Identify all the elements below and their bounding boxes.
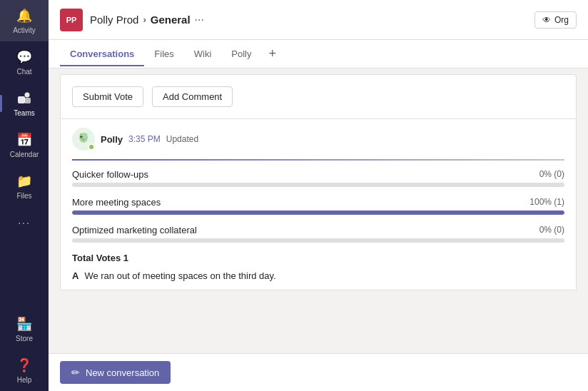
sidebar-label-store: Store bbox=[16, 335, 33, 342]
chat-icon: 💬 bbox=[16, 49, 33, 66]
sidebar-label-activity: Activity bbox=[13, 26, 36, 34]
tab-bar: Conversations Files Wiki Polly + bbox=[49, 40, 588, 68]
sender-name: Polly bbox=[101, 134, 123, 145]
tab-polly[interactable]: Polly bbox=[221, 41, 261, 66]
sidebar-label-calendar: Calendar bbox=[10, 151, 39, 158]
total-votes-value: 1 bbox=[123, 253, 128, 263]
calendar-icon: 📅 bbox=[16, 131, 33, 148]
sidebar-label-files: Files bbox=[16, 192, 31, 200]
sidebar-label-help: Help bbox=[17, 376, 32, 384]
tab-conversations[interactable]: Conversations bbox=[60, 41, 144, 66]
sidebar-item-chat[interactable]: 💬 Chat bbox=[0, 41, 49, 83]
compose-icon: ✏ bbox=[71, 367, 80, 378]
sidebar: 🔔 Activity 💬 Chat Teams 📅 Calendar 📁 Fil… bbox=[0, 0, 49, 391]
activity-icon: 🔔 bbox=[16, 7, 33, 24]
total-votes: Total Votes 1 bbox=[72, 253, 564, 263]
sidebar-label-chat: Chat bbox=[16, 68, 31, 76]
sidebar-item-store[interactable]: 🏪 Store bbox=[0, 308, 49, 350]
poll-option-3-bar-bg bbox=[72, 238, 564, 243]
footer: ✏ New conversation bbox=[49, 353, 588, 391]
comment-letter: A bbox=[72, 270, 78, 281]
sidebar-item-help[interactable]: ❓ Help bbox=[0, 350, 49, 391]
poll-option-2-percent: 100% (1) bbox=[529, 197, 564, 208]
svg-point-5 bbox=[80, 136, 83, 138]
comment-row: A We ran out of meeting spaces on the th… bbox=[72, 270, 564, 281]
svg-rect-2 bbox=[24, 98, 31, 103]
poll-option-3-percent: 0% (0) bbox=[539, 225, 564, 235]
poll-divider bbox=[72, 159, 564, 161]
team-avatar: PP bbox=[60, 9, 83, 31]
more-icon: ··· bbox=[16, 214, 33, 231]
message-time: 3:35 PM bbox=[128, 134, 161, 144]
svg-point-1 bbox=[25, 93, 30, 98]
poll-option-2: More meeting spaces 100% (1) bbox=[72, 197, 564, 215]
new-conversation-button[interactable]: ✏ New conversation bbox=[60, 361, 171, 384]
help-icon: ❓ bbox=[16, 357, 33, 374]
eye-icon: 👁 bbox=[542, 15, 551, 25]
channel-name: General bbox=[151, 14, 191, 26]
tab-files[interactable]: Files bbox=[144, 41, 183, 66]
poll-option-2-header: More meeting spaces 100% (1) bbox=[72, 197, 564, 208]
message-status: Updated bbox=[166, 134, 198, 144]
sidebar-item-calendar[interactable]: 📅 Calendar bbox=[0, 124, 49, 166]
breadcrumb-chevron: › bbox=[143, 14, 146, 25]
poll-option-2-bar-fill bbox=[72, 210, 564, 215]
header-title: Polly Prod › General ··· bbox=[90, 14, 204, 26]
polly-avatar bbox=[72, 128, 95, 151]
teams-icon bbox=[16, 90, 33, 107]
more-options-icon[interactable]: ··· bbox=[195, 14, 204, 26]
message-header: Polly 3:35 PM Updated bbox=[72, 128, 564, 151]
poll-option-1-bar-bg bbox=[72, 183, 564, 187]
poll-option-2-label: More meeting spaces bbox=[72, 197, 161, 208]
poll-option-1-percent: 0% (0) bbox=[539, 169, 564, 180]
poll-option-3: Optimized marketing collateral 0% (0) bbox=[72, 225, 564, 243]
channel-header: PP Polly Prod › General ··· 👁 Org bbox=[49, 0, 588, 40]
sidebar-item-more[interactable]: ··· bbox=[0, 207, 49, 238]
poll-action-bar: Submit Vote Add Comment bbox=[60, 74, 577, 118]
poll-option-2-bar-bg bbox=[72, 210, 564, 215]
main-area: PP Polly Prod › General ··· 👁 Org Conver… bbox=[49, 0, 588, 391]
sidebar-item-activity[interactable]: 🔔 Activity bbox=[0, 0, 49, 41]
poll-option-1-header: Quicker follow-ups 0% (0) bbox=[72, 169, 564, 180]
svg-rect-0 bbox=[18, 96, 25, 103]
sidebar-item-files[interactable]: 📁 Files bbox=[0, 166, 49, 207]
add-comment-button[interactable]: Add Comment bbox=[152, 86, 233, 107]
sidebar-label-teams: Teams bbox=[14, 109, 34, 117]
team-name: Polly Prod bbox=[90, 14, 138, 26]
store-icon: 🏪 bbox=[16, 315, 33, 332]
tab-wiki[interactable]: Wiki bbox=[184, 41, 222, 66]
add-tab-button[interactable]: + bbox=[262, 41, 284, 67]
conversation-content: Submit Vote Add Comment bbox=[49, 68, 588, 353]
polly-online-status bbox=[88, 143, 95, 151]
comment-text: We ran out of meeting spaces on the thir… bbox=[84, 270, 275, 281]
poll-option-1: Quicker follow-ups 0% (0) bbox=[72, 169, 564, 187]
submit-vote-button[interactable]: Submit Vote bbox=[72, 86, 143, 107]
poll-option-3-label: Optimized marketing collateral bbox=[72, 225, 197, 235]
poll-option-1-label: Quicker follow-ups bbox=[72, 169, 148, 180]
poll-message-row: Polly 3:35 PM Updated Quicker follow-ups… bbox=[60, 118, 577, 290]
files-icon: 📁 bbox=[16, 173, 33, 190]
sidebar-item-teams[interactable]: Teams bbox=[0, 83, 49, 124]
svg-point-6 bbox=[81, 136, 81, 137]
poll-option-3-header: Optimized marketing collateral 0% (0) bbox=[72, 225, 564, 235]
org-button[interactable]: 👁 Org bbox=[534, 11, 577, 29]
